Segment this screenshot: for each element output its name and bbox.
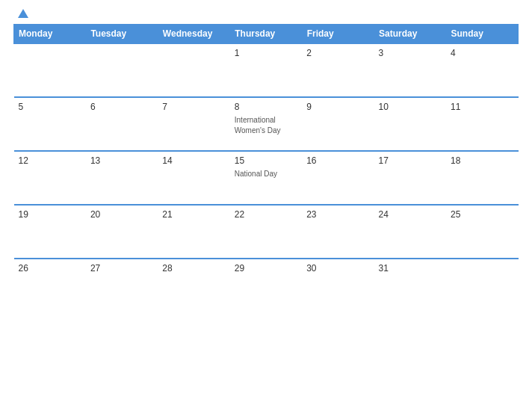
- logo-triangle-icon: [18, 9, 28, 18]
- day-number: 11: [451, 102, 513, 112]
- day-number: 8: [235, 102, 297, 112]
- calendar-cell: 3: [374, 43, 446, 97]
- calendar-cell: 14: [158, 151, 229, 205]
- day-number: 10: [379, 102, 442, 112]
- weekday-header-friday: Friday: [302, 25, 374, 44]
- day-number: 26: [19, 263, 81, 274]
- calendar-cell: [14, 43, 86, 97]
- header: [0, 0, 532, 24]
- day-number: 14: [162, 155, 225, 166]
- day-number: 31: [379, 263, 442, 274]
- day-number: 21: [162, 209, 225, 220]
- calendar-table: MondayTuesdayWednesdayThursdayFridaySatu…: [13, 24, 519, 312]
- calendar-row: 1234: [14, 43, 519, 97]
- calendar-cell: 10: [374, 97, 446, 151]
- calendar-cell: 17: [374, 151, 446, 205]
- weekday-header-thursday: Thursday: [230, 25, 302, 44]
- calendar-cell: 18: [446, 151, 518, 205]
- calendar-cell: 9: [302, 97, 374, 151]
- calendar-row: 12131415National Day161718: [14, 151, 519, 205]
- calendar-cell: [446, 259, 518, 312]
- day-number: 3: [379, 48, 442, 58]
- weekday-header-saturday: Saturday: [374, 25, 446, 44]
- day-number: 5: [19, 102, 81, 112]
- calendar-cell: 29: [230, 259, 302, 312]
- calendar-cell: 31: [374, 259, 446, 312]
- day-number: 27: [90, 263, 153, 274]
- weekday-header-tuesday: Tuesday: [86, 25, 158, 44]
- day-number: 29: [235, 263, 297, 274]
- calendar-cell: 27: [86, 259, 158, 312]
- calendar-cell: 16: [302, 151, 374, 205]
- weekday-header-wednesday: Wednesday: [158, 25, 229, 44]
- calendar-cell: 5: [14, 97, 86, 151]
- day-number: 23: [306, 209, 369, 220]
- calendar-cell: 24: [374, 205, 446, 259]
- day-number: 17: [379, 155, 442, 166]
- day-number: 28: [162, 263, 225, 274]
- day-number: 2: [306, 48, 369, 58]
- calendar-cell: 22: [230, 205, 302, 259]
- calendar-cell: [86, 43, 158, 97]
- day-number: 22: [235, 209, 297, 220]
- logo: [15, 9, 31, 18]
- calendar-cell: 6: [86, 97, 158, 151]
- calendar-cell: 2: [302, 43, 374, 97]
- calendar-cell: 20: [86, 205, 158, 259]
- calendar-row: 19202122232425: [14, 205, 519, 259]
- day-number: 1: [235, 48, 297, 58]
- day-number: 30: [306, 263, 369, 274]
- event-label: National Day: [235, 170, 277, 178]
- day-number: 20: [90, 209, 153, 220]
- calendar-cell: 30: [302, 259, 374, 312]
- event-label: International Women's Day: [235, 116, 281, 135]
- day-number: 18: [451, 155, 513, 166]
- day-number: 9: [306, 102, 369, 112]
- day-number: 24: [379, 209, 442, 220]
- day-number: 19: [19, 209, 81, 220]
- day-number: 6: [90, 102, 153, 112]
- day-number: 25: [451, 209, 513, 220]
- calendar-cell: 1: [230, 43, 302, 97]
- calendar-cell: 28: [158, 259, 229, 312]
- weekday-header-monday: Monday: [14, 25, 86, 44]
- calendar-cell: 11: [446, 97, 518, 151]
- calendar-cell: 25: [446, 205, 518, 259]
- calendar-cell: 21: [158, 205, 229, 259]
- calendar-cell: 23: [302, 205, 374, 259]
- weekday-header-row: MondayTuesdayWednesdayThursdayFridaySatu…: [14, 25, 519, 44]
- calendar-cell: 15National Day: [230, 151, 302, 205]
- calendar-cell: 26: [14, 259, 86, 312]
- calendar-cell: 4: [446, 43, 518, 97]
- calendar-cell: [158, 43, 229, 97]
- day-number: 13: [90, 155, 153, 166]
- day-number: 16: [306, 155, 369, 166]
- day-number: 7: [162, 102, 225, 112]
- day-number: 12: [19, 155, 81, 166]
- day-number: 4: [451, 48, 513, 58]
- calendar-row: 262728293031: [14, 259, 519, 312]
- calendar-cell: 12: [14, 151, 86, 205]
- calendar-cell: 7: [158, 97, 229, 151]
- calendar-row: 5678International Women's Day91011: [14, 97, 519, 151]
- day-number: 15: [235, 155, 297, 166]
- calendar-cell: 8International Women's Day: [230, 97, 302, 151]
- calendar-cell: 13: [86, 151, 158, 205]
- calendar-page: MondayTuesdayWednesdayThursdayFridaySatu…: [0, 0, 532, 411]
- calendar-cell: 19: [14, 205, 86, 259]
- weekday-header-sunday: Sunday: [446, 25, 518, 44]
